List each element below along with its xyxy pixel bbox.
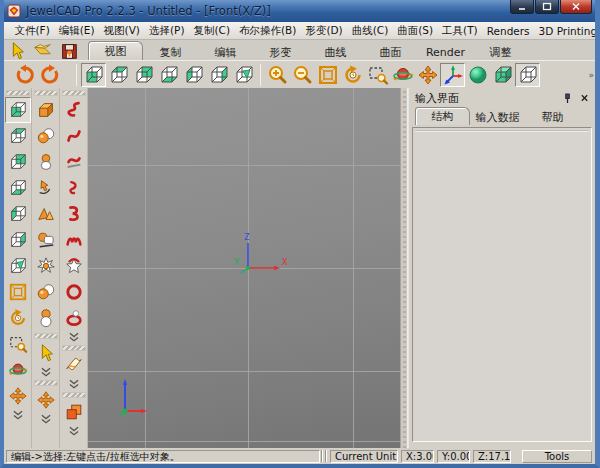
open-file-button[interactable] xyxy=(31,41,55,60)
pan-view-button[interactable] xyxy=(415,63,440,87)
toolbar-grip[interactable] xyxy=(34,333,58,339)
panel-tab-help[interactable]: 帮助 xyxy=(525,109,580,125)
redo-button[interactable] xyxy=(37,63,62,87)
title-bar[interactable]: JewelCAD Pro 2.2.3 - Untitled - [Front(X… xyxy=(0,0,600,22)
box-primitive-button[interactable] xyxy=(33,97,59,123)
menu-boolean[interactable]: 布尔操作(B) xyxy=(235,24,301,38)
cylinder-primitive-button[interactable] xyxy=(33,227,59,253)
view-top-cube-button[interactable] xyxy=(106,63,131,87)
more-view-tools-chevron[interactable] xyxy=(5,409,31,421)
zoom-window-button[interactable] xyxy=(5,331,31,357)
tab-curve[interactable]: 曲线 xyxy=(308,43,363,60)
menu-renders[interactable]: Renders xyxy=(482,25,534,37)
maximize-button[interactable] xyxy=(535,0,559,14)
view-left-cube-button[interactable] xyxy=(181,63,206,87)
orbit-view-button[interactable] xyxy=(390,63,415,87)
zoom-in-button[interactable] xyxy=(265,63,290,87)
axes-display-button[interactable] xyxy=(440,63,465,87)
circle-curve-button[interactable] xyxy=(61,279,87,305)
ring-gem-button[interactable] xyxy=(61,305,87,331)
view-bottom-cube-button[interactable] xyxy=(156,63,181,87)
tools-button[interactable]: Tools xyxy=(522,450,592,463)
view-perspective-cube-button[interactable] xyxy=(231,63,256,87)
view-bottom-cube-button[interactable] xyxy=(5,175,31,201)
star-curve-button[interactable] xyxy=(61,253,87,279)
toolbar-grip[interactable] xyxy=(62,90,86,96)
zoom-out-button[interactable] xyxy=(290,63,315,87)
view-front-cube-button[interactable] xyxy=(81,63,106,87)
more-surface-tools-chevron[interactable] xyxy=(61,378,87,390)
tab-view[interactable]: 视图 xyxy=(88,41,143,60)
view-perspective-cube-button[interactable] xyxy=(5,253,31,279)
wave-curve-button[interactable] xyxy=(61,123,87,149)
toolbar-grip[interactable] xyxy=(34,90,58,96)
viewport-canvas[interactable]: Z X Y xyxy=(88,88,400,448)
menu-edit[interactable]: 编辑(E) xyxy=(54,24,99,38)
view-back-cube-button[interactable] xyxy=(5,149,31,175)
b-curve-button[interactable] xyxy=(61,201,87,227)
minimize-button[interactable] xyxy=(510,0,534,14)
toolbar-grip[interactable] xyxy=(34,380,58,386)
panel-close-icon[interactable] xyxy=(577,92,591,105)
view-left-cube-button[interactable] xyxy=(5,201,31,227)
view-right-cube-button[interactable] xyxy=(206,63,231,87)
tab-deform[interactable]: 形变 xyxy=(253,43,308,60)
zoom-fit-button[interactable] xyxy=(5,279,31,305)
menu-deform[interactable]: 形变(D) xyxy=(301,24,347,38)
menu-copy[interactable]: 复制(C) xyxy=(189,24,235,38)
stone-primitive-button[interactable] xyxy=(33,149,59,175)
surface-patch-button[interactable] xyxy=(61,352,87,378)
toolbar-grip[interactable] xyxy=(62,392,86,398)
pick-move-button[interactable] xyxy=(33,175,59,201)
s-curve-button[interactable] xyxy=(61,97,87,123)
panel-tab-input-data[interactable]: 输入数据 xyxy=(470,109,525,125)
mesh-triangles-button[interactable] xyxy=(33,201,59,227)
shaded-sphere-button[interactable] xyxy=(465,63,490,87)
menu-view[interactable]: 视图(V) xyxy=(99,24,144,38)
undo-button[interactable] xyxy=(12,63,37,87)
tab-render[interactable]: Render xyxy=(418,43,473,60)
curve-on-line-button[interactable] xyxy=(61,149,87,175)
toolbar-grip[interactable] xyxy=(62,345,86,351)
shaded-cube-button[interactable] xyxy=(490,63,515,87)
pin-icon[interactable] xyxy=(560,92,574,105)
toolbar-overflow-chevron[interactable]: » xyxy=(588,70,593,80)
menu-surface[interactable]: 曲面(S) xyxy=(393,24,438,38)
sphere-pair-button[interactable] xyxy=(33,123,59,149)
more-tools-chevron[interactable] xyxy=(33,366,59,378)
stacked-stones-button[interactable] xyxy=(33,305,59,331)
tab-edit[interactable]: 编辑 xyxy=(198,43,253,60)
toolbar-grip[interactable] xyxy=(6,90,30,96)
more-tools-chevron[interactable] xyxy=(33,413,59,425)
sphere-pair2-button[interactable] xyxy=(33,279,59,305)
tab-surface[interactable]: 曲面 xyxy=(363,43,418,60)
panel-tab-structure[interactable]: 结构 xyxy=(415,107,470,125)
pan-view-button[interactable] xyxy=(5,383,31,409)
gear-star-button[interactable] xyxy=(33,253,59,279)
menu-file[interactable]: 文件(F) xyxy=(10,24,54,38)
more-curve-tools-chevron[interactable] xyxy=(61,331,87,343)
view-top-cube-button[interactable] xyxy=(5,123,31,149)
more-boolean-tools-chevron[interactable] xyxy=(61,425,87,437)
select-arrow-button[interactable] xyxy=(33,340,59,366)
menu-3d-printing[interactable]: 3D Printing xyxy=(534,25,600,37)
view-front-cube-button[interactable] xyxy=(5,97,31,123)
wireframe-cube-button[interactable] xyxy=(515,63,540,87)
view-back-cube-button[interactable] xyxy=(131,63,156,87)
panel-splitter[interactable] xyxy=(400,88,408,448)
tab-adjust[interactable]: 调整 xyxy=(473,43,528,60)
zoom-window-button[interactable] xyxy=(365,63,390,87)
view-right-cube-button[interactable] xyxy=(5,227,31,253)
save-file-button[interactable] xyxy=(57,41,81,60)
zoom-fit-button[interactable] xyxy=(315,63,340,87)
boolean-squares-button[interactable] xyxy=(61,399,87,425)
rotate-view-button[interactable] xyxy=(340,63,365,87)
rotate-view-button[interactable] xyxy=(5,305,31,331)
hook-curve-button[interactable] xyxy=(61,175,87,201)
menu-tools[interactable]: 工具(T) xyxy=(438,24,483,38)
menu-curve[interactable]: 曲线(C) xyxy=(347,24,393,38)
menu-select[interactable]: 选择(P) xyxy=(144,24,189,38)
tab-copy[interactable]: 复制 xyxy=(143,43,198,60)
m-curve-button[interactable] xyxy=(61,227,87,253)
select-tool-button[interactable] xyxy=(5,41,29,60)
